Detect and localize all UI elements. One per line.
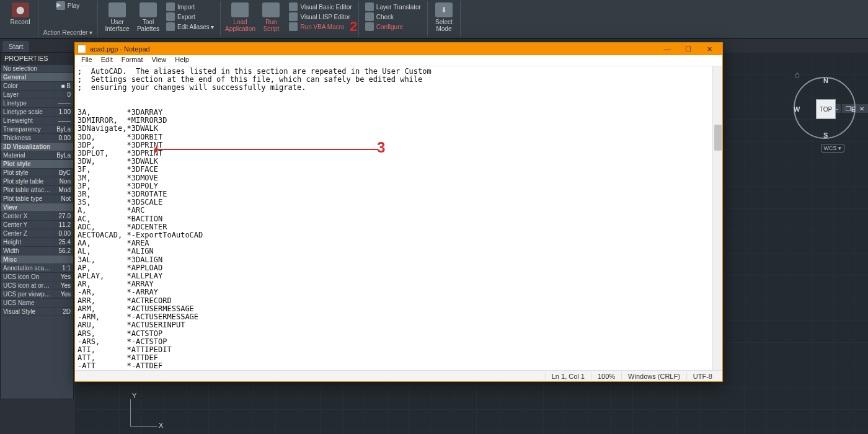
tab-start[interactable]: Start xyxy=(2,41,29,52)
prop-row[interactable]: Lineweight—— xyxy=(1,117,73,125)
vle-icon xyxy=(289,12,298,21)
layer-translator-icon xyxy=(365,2,374,11)
load-application-button[interactable]: Load Application xyxy=(224,1,255,32)
annotation-3: 3 xyxy=(377,139,385,156)
import-icon xyxy=(166,2,175,11)
import-button[interactable]: Import xyxy=(166,2,214,11)
check-icon xyxy=(365,12,374,21)
prop-row[interactable]: Layer0 xyxy=(1,91,73,99)
prop-section-header[interactable]: 3D Visualization xyxy=(1,143,73,151)
notepad-close-button[interactable]: ✕ xyxy=(699,43,720,55)
palettes-icon xyxy=(140,2,157,17)
notepad-window: acad.pgp - Notepad ― ☐ ✕ File Edit Forma… xyxy=(74,42,723,382)
prop-row[interactable]: TransparencyByLa xyxy=(1,125,73,134)
notepad-minimize-button[interactable]: ― xyxy=(657,43,678,55)
tool-palettes-button[interactable]: Tool Palettes xyxy=(133,1,164,32)
vba-macro-button[interactable]: Run VBA Macro xyxy=(289,22,352,31)
prop-row[interactable]: Plot styleByC xyxy=(1,169,73,177)
scrollbar-thumb[interactable] xyxy=(714,125,722,151)
aliases-icon xyxy=(166,22,175,31)
status-encoding: UTF-8 xyxy=(686,373,719,380)
menu-edit[interactable]: Edit xyxy=(97,55,117,66)
prop-row[interactable]: Height25.4 xyxy=(1,238,73,247)
layer-translator-button[interactable]: Layer Translator xyxy=(365,2,421,11)
notepad-title: acad.pgp - Notepad xyxy=(90,45,150,53)
prop-section-header[interactable]: General xyxy=(1,73,73,82)
play-icon: ▶ xyxy=(56,1,65,10)
prop-row[interactable]: UCS icon at ori…Yes xyxy=(1,281,73,290)
record-button[interactable]: ⬤ Record xyxy=(5,1,36,25)
notepad-content[interactable]: ; AutoCAD. The aliases listed in this se… xyxy=(75,66,722,370)
record-icon: ⬤ xyxy=(12,2,29,17)
prop-row[interactable]: Visual Style2D xyxy=(1,308,73,316)
action-recorder-footer[interactable]: Action Recorder ▾ xyxy=(43,29,92,37)
run-script-button[interactable]: Run Script xyxy=(255,1,286,32)
prop-section-header[interactable]: Misc xyxy=(1,255,73,264)
user-interface-button[interactable]: User Interface xyxy=(102,1,133,32)
prop-row[interactable]: Center X27.0 xyxy=(1,212,73,221)
prop-row[interactable]: UCS per viewp…Yes xyxy=(1,290,73,299)
run-script-icon xyxy=(262,2,280,17)
ribbon: ⬤ Record ▶Play Action Recorder ▾ User In… xyxy=(0,0,868,38)
notepad-scrollbar[interactable] xyxy=(712,66,722,370)
prop-row[interactable]: Center Z0.00 xyxy=(1,229,73,238)
prop-row[interactable]: Annotation sca…1:1 xyxy=(1,264,73,273)
prop-section-header[interactable]: View xyxy=(1,203,73,212)
status-cursor-pos: Ln 1, Col 1 xyxy=(545,373,591,380)
prop-section-header[interactable]: Plot style xyxy=(1,160,73,169)
annotation-arrow-3 xyxy=(155,149,378,150)
export-button[interactable]: Export xyxy=(166,12,214,21)
drawing-close-button[interactable]: ✕ xyxy=(856,104,868,113)
viewcube-east[interactable]: E xyxy=(851,105,856,113)
ui-icon xyxy=(108,2,126,17)
prop-row[interactable]: MaterialByLa xyxy=(1,151,73,160)
viewcube-west[interactable]: W xyxy=(794,105,800,113)
menu-help[interactable]: Help xyxy=(171,55,193,66)
viewcube-top-face[interactable]: TOP xyxy=(816,99,836,119)
vba-icon xyxy=(289,22,298,31)
cursor-icon: ⬇ xyxy=(435,2,453,17)
notepad-menubar: File Edit Format View Help xyxy=(75,55,722,66)
menu-file[interactable]: File xyxy=(78,55,96,66)
viewcube-ring[interactable]: TOP N S E W xyxy=(794,77,856,139)
load-app-icon xyxy=(231,2,249,17)
configure-button[interactable]: Configure xyxy=(365,22,421,31)
wcs-badge[interactable]: WCS ▾ xyxy=(821,144,845,153)
prop-row[interactable]: Linetype—— xyxy=(1,99,73,108)
prop-row[interactable]: UCS Name xyxy=(1,299,73,308)
menu-format[interactable]: Format xyxy=(118,55,147,66)
notepad-text-area[interactable]: ; AutoCAD. The aliases listed in this se… xyxy=(75,66,722,370)
properties-panel: PROPERTIES No selection GeneralColor■ BL… xyxy=(0,52,74,399)
prop-row[interactable]: UCS icon OnYes xyxy=(1,273,73,281)
notepad-maximize-button[interactable]: ☐ xyxy=(678,43,699,55)
check-button[interactable]: Check xyxy=(365,12,421,21)
prop-row[interactable]: Plot table attac…Mod xyxy=(1,186,73,195)
properties-title: PROPERTIES xyxy=(1,53,73,64)
prop-row[interactable]: Width56.2 xyxy=(1,247,73,255)
viewcube-north[interactable]: N xyxy=(823,77,828,84)
notepad-titlebar[interactable]: acad.pgp - Notepad ― ☐ ✕ xyxy=(75,43,722,55)
status-eol: Windows (CRLF) xyxy=(621,373,686,380)
edit-aliases-button[interactable]: Edit Aliases ▾ xyxy=(166,22,214,31)
vbe-icon xyxy=(289,2,298,11)
prop-row[interactable]: Color■ B xyxy=(1,82,73,91)
vle-button[interactable]: Visual LISP Editor xyxy=(289,12,352,21)
notepad-app-icon xyxy=(78,45,86,53)
export-icon xyxy=(166,12,175,21)
prop-row[interactable]: Plot table typeNot xyxy=(1,195,73,203)
prop-row[interactable]: Thickness0.00 xyxy=(1,134,73,143)
viewcube-south[interactable]: S xyxy=(823,131,828,139)
prop-row[interactable]: Center Y11.2 xyxy=(1,221,73,229)
prop-row[interactable]: Linetype scale1.00 xyxy=(1,108,73,117)
select-mode-button[interactable]: ⬇Select Mode xyxy=(432,1,456,32)
play-button[interactable]: ▶Play xyxy=(56,1,79,10)
configure-icon xyxy=(365,22,374,31)
prop-row[interactable]: Plot style tableNon xyxy=(1,177,73,186)
vbe-button[interactable]: Visual Basic Editor xyxy=(289,2,352,11)
status-zoom: 100% xyxy=(591,373,621,380)
no-selection-row: No selection xyxy=(1,64,73,73)
notepad-statusbar: Ln 1, Col 1 100% Windows (CRLF) UTF-8 xyxy=(75,370,722,381)
viewcube[interactable]: TOP N S E W xyxy=(794,77,856,139)
menu-view[interactable]: View xyxy=(148,55,170,66)
